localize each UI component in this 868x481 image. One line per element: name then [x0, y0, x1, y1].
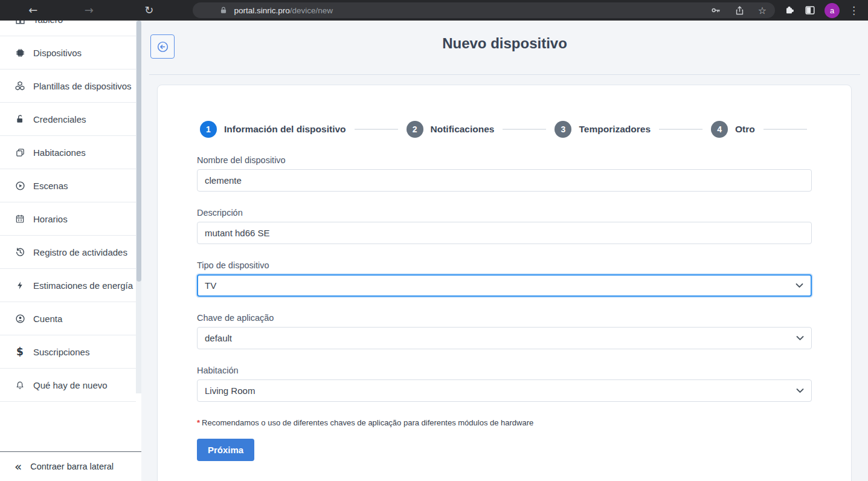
browser-reload-icon[interactable]: ↻ [140, 0, 158, 21]
sidebar-item-label: Qué hay de nuevo [33, 380, 108, 390]
back-button[interactable] [150, 34, 175, 59]
field-app-key: Chave de aplicação default [197, 313, 812, 349]
step-number-badge: 2 [407, 121, 423, 138]
sidebar-item-horarios[interactable]: Horarios [0, 202, 136, 236]
step-label: Notificaciones [431, 124, 495, 135]
play-circle-icon [13, 181, 27, 191]
collapse-chevrons-icon: « [14, 459, 22, 474]
sidebar-item-novedades[interactable]: Qué hay de nuevo [0, 369, 136, 402]
share-icon[interactable] [735, 5, 745, 16]
dashboard-icon [13, 21, 27, 25]
browser-menu-icon[interactable]: ⋮ [849, 4, 859, 16]
browser-back-icon[interactable]: ← [24, 0, 42, 21]
sidebar-item-label: Registro de actividades [33, 247, 127, 257]
tls-lock-icon [219, 6, 228, 15]
browser-toolbar: ← → ↻ portal.sinric.pro/device/new ☆ a ⋮ [0, 0, 868, 21]
wizard-stepper: 1 Información del dispositivo 2 Notifica… [158, 85, 851, 138]
unlock-icon [13, 114, 27, 124]
app-key-value: default [205, 333, 232, 343]
device-type-select[interactable]: TV [197, 274, 812, 297]
step-number-badge: 3 [555, 121, 571, 138]
sidebar-item-habitaciones[interactable]: Habitaciones [0, 136, 136, 169]
sidebar-item-label: Credenciales [33, 114, 86, 124]
note-text: Recomendamos o uso de diferentes chaves … [202, 418, 533, 427]
room-value: Living Room [205, 386, 255, 396]
sidebar-item-label: Tablero [33, 21, 63, 25]
bookmark-star-icon[interactable]: ☆ [758, 5, 767, 16]
extensions-puzzle-icon[interactable] [785, 5, 796, 16]
chevron-down-icon [796, 388, 804, 393]
profile-avatar[interactable]: a [825, 3, 840, 18]
chevron-down-icon [796, 335, 804, 341]
device-type-value: TV [205, 280, 216, 291]
sidebar-item-label: Cuenta [33, 314, 62, 324]
next-button[interactable]: Próxima [197, 439, 254, 461]
sidebar-scrollbar-thumb[interactable] [137, 21, 141, 282]
history-icon [13, 247, 27, 257]
sidebar-item-tablero[interactable]: Tablero [0, 21, 136, 36]
step-connector [659, 129, 702, 130]
url-path: /device/new [290, 6, 333, 15]
url-host: portal.sinric.pro [234, 6, 289, 15]
sidebar-item-label: Suscripciones [33, 347, 89, 357]
bell-icon [13, 380, 27, 390]
step-label: Otro [735, 124, 755, 135]
app-key-label: Chave de aplicação [197, 313, 812, 323]
sidebar-item-energia[interactable]: Estimaciones de energía [0, 269, 136, 302]
field-room: Habitación Living Room [197, 366, 812, 402]
sidebar-nav-list: Tablero Dispositivos Plantillas de dispo… [0, 21, 136, 402]
sidebar-item-cuenta[interactable]: Cuenta [0, 302, 136, 335]
step-label: Información del dispositivo [224, 124, 346, 135]
rooms-clone-icon [13, 147, 27, 158]
sidebar-item-label: Dispositivos [33, 48, 82, 58]
device-form-card: 1 Información del dispositivo 2 Notifica… [157, 85, 852, 481]
step-connector [355, 129, 398, 130]
step-notifications[interactable]: 2 Notificaciones [407, 121, 495, 138]
sidebar-scrollbar[interactable] [136, 21, 141, 393]
main-content: Nuevo dispositivo 1 Información del disp… [141, 21, 868, 481]
sidebar-item-plantillas[interactable]: Plantillas de dispositivos [0, 69, 136, 103]
chip-icon [13, 48, 27, 58]
sidebar-item-label: Escenas [33, 181, 68, 191]
page-title: Nuevo dispositivo [141, 21, 868, 52]
step-timers[interactable]: 3 Temporizadores [555, 121, 651, 138]
device-name-input[interactable] [197, 169, 812, 192]
step-connector [503, 129, 546, 130]
app-key-select[interactable]: default [197, 327, 812, 349]
page-header: Nuevo dispositivo [141, 21, 868, 75]
sidebar-item-escenas[interactable]: Escenas [0, 169, 136, 202]
step-number-badge: 1 [200, 121, 217, 138]
description-label: Descripción [197, 208, 812, 218]
device-form: Nombre del dispositivo Descripción Tipo … [158, 138, 851, 461]
password-key-icon[interactable] [710, 5, 721, 16]
device-name-label: Nombre del dispositivo [197, 155, 812, 165]
side-panel-icon[interactable] [805, 5, 815, 16]
app-key-recommendation-note: *Recomendamos o uso de diferentes chaves… [197, 418, 812, 427]
sidebar-item-label: Plantillas de dispositivos [33, 81, 132, 91]
field-device-type: Tipo de dispositivo TV [197, 260, 812, 297]
sidebar-item-suscripciones[interactable]: $ Suscripciones [0, 335, 136, 369]
description-input[interactable] [197, 222, 812, 244]
step-other[interactable]: 4 Otro [711, 121, 755, 138]
bolt-icon [13, 280, 27, 291]
header-divider [149, 74, 860, 75]
calendar-icon [13, 214, 27, 224]
step-device-info[interactable]: 1 Información del dispositivo [200, 121, 346, 138]
dollar-icon: $ [13, 347, 27, 357]
sidebar-item-label: Estimaciones de energía [33, 280, 133, 291]
sidebar-item-registro[interactable]: Registro de actividades [0, 236, 136, 269]
collapse-sidebar-button[interactable]: « Contraer barra lateral [0, 451, 141, 481]
browser-forward-icon[interactable]: → [80, 0, 97, 21]
sidebar-item-credenciales[interactable]: Credenciales [0, 103, 136, 136]
device-type-label: Tipo de dispositivo [197, 260, 812, 270]
room-label: Habitación [197, 366, 812, 375]
sidebar-item-dispositivos[interactable]: Dispositivos [0, 36, 136, 69]
sidebar-item-label: Habitaciones [33, 147, 86, 158]
field-device-name: Nombre del dispositivo [197, 155, 812, 192]
room-select[interactable]: Living Room [197, 379, 812, 402]
url-text: portal.sinric.pro/device/new [234, 6, 333, 15]
back-circle-arrow-icon [156, 40, 169, 53]
address-bar[interactable]: portal.sinric.pro/device/new ☆ [193, 2, 775, 18]
step-label: Temporizadores [579, 124, 651, 135]
field-description: Descripción [197, 208, 812, 244]
